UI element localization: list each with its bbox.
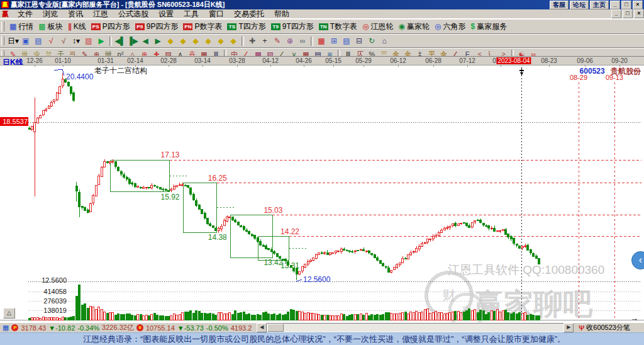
search-icon[interactable]: ∞ — [296, 36, 309, 47]
expand-triangle-button[interactable]: △ — [3, 308, 15, 319]
pen-tool-icon[interactable]: ✎ — [271, 36, 284, 47]
p-table-button-label: P数字表 — [194, 21, 222, 32]
next-bar-icon[interactable]: ▶ — [152, 36, 164, 47]
save-icon[interactable]: ⊟ — [353, 36, 365, 47]
child-minimize-button[interactable]: _ — [611, 9, 621, 18]
horizontal-scrollbar[interactable]: ◀ ▶ — [257, 324, 574, 332]
menu-7[interactable]: 窗口 — [204, 9, 229, 18]
period-day-dropdown[interactable]: 日▾ — [7, 36, 19, 47]
date-tick: 08-23 — [541, 57, 557, 64]
forum-link-button[interactable]: 论坛 — [570, 1, 589, 9]
svg-text:老子十二宫结构: 老子十二宫结构 — [94, 66, 147, 75]
refresh-icon[interactable]: ↻ — [365, 36, 378, 47]
t-table-button-label: T数字表 — [330, 21, 357, 32]
szse-index-icon: ¥ — [136, 324, 143, 331]
stock-code: 600523 — [580, 67, 605, 76]
window-title: 赢家江恩专业版[赢家内部服务平台] - [贵航股份 SN600523-184日K… — [11, 0, 225, 9]
child-close-button[interactable]: × — [634, 9, 644, 18]
t-square-button[interactable]: TST四方形 — [225, 21, 268, 33]
gann-diamond-5-icon[interactable]: ◆ — [214, 36, 227, 47]
p9-square-button[interactable]: P99P四方形 — [133, 21, 181, 33]
hexagon-button-label: 六角形 — [443, 21, 466, 32]
menu-8[interactable]: 交易委托 — [229, 9, 269, 18]
minimize-button[interactable]: _ — [610, 1, 620, 9]
date-tick: 05-29 — [355, 57, 372, 64]
kline-chart[interactable]: 江恩工具软件 QQ:100800360赢家聊吧财赢老子十二宫结构17.1315.… — [0, 65, 644, 322]
date-tick: 03-14 — [194, 57, 211, 64]
p9-square-button-label: 9P四方形 — [147, 21, 179, 32]
info-panel-icon[interactable]: ▤ — [32, 36, 45, 47]
last-bar-icon[interactable]: ▐▶ — [126, 36, 139, 47]
crosshair-tool-icon[interactable]: + — [258, 36, 271, 47]
support-link-button[interactable]: 客服 — [550, 1, 569, 9]
gann-diamond-3-icon[interactable]: ◆ — [189, 36, 202, 47]
kline-style-icon[interactable]: ▧ — [82, 36, 95, 47]
winner-wheel-button-label: 赢家轮 — [407, 21, 430, 32]
calculator-icon[interactable]: ⊞ — [328, 36, 340, 47]
menu-0[interactable]: 文件 — [13, 9, 38, 18]
tick-feed-status: Ψ 收600523分笔 — [579, 323, 630, 332]
gann-diamond-1-icon[interactable]: ◆ — [164, 36, 177, 47]
gann-diamond-2-icon[interactable]: ◆ — [177, 36, 189, 47]
date-tick-current: 2023-08-04 — [496, 57, 531, 64]
scale-dropdown[interactable]: ↕▾ — [70, 36, 82, 47]
restore-button[interactable]: □ — [621, 1, 631, 9]
t9-square-button-label: 9T四方形 — [282, 21, 314, 32]
menu-5[interactable]: 设置 — [153, 9, 179, 18]
sectors-button[interactable]: ▩板块 — [36, 21, 65, 33]
winner-wheel-button[interactable]: ◉赢家轮 — [396, 21, 432, 33]
hand-tool-icon[interactable]: ✚ — [246, 36, 258, 47]
play-flag-icon[interactable]: ▶ — [95, 36, 108, 47]
p-square-button[interactable]: PSP四方形 — [89, 21, 133, 33]
home-link-button[interactable]: 主页 — [590, 1, 609, 9]
title-bar: 赢 赢家江恩专业版[赢家内部服务平台] - [贵航股份 SN600523-184… — [0, 0, 644, 9]
menu-bar: 赢 文件浏览资讯江恩公式选股设置工具窗口交易委托帮助 _ □ × — [0, 9, 644, 19]
trend-down-icon[interactable]: √ — [57, 36, 70, 47]
computer-icon[interactable]: ⌂ — [378, 36, 391, 47]
p-table-button[interactable]: PNP数字表 — [180, 21, 225, 33]
child-restore-button[interactable]: □ — [623, 9, 633, 18]
scrollbar-track[interactable] — [267, 323, 564, 332]
p-square-button-icon: PS — [91, 23, 101, 30]
scroll-left-arrow[interactable]: ◀ — [257, 323, 267, 332]
t9-square-button-icon: T9 — [271, 23, 280, 30]
first-bar-icon[interactable]: ◀▌ — [114, 36, 126, 47]
app-icon: 赢 — [1, 1, 9, 8]
calendar-icon[interactable]: ▦ — [315, 36, 328, 47]
quotes-button[interactable]: ▦行情 — [7, 21, 36, 33]
notebook-icon[interactable]: ▤ — [340, 36, 353, 47]
gann-wheel-button[interactable]: ◎江恩轮 — [360, 21, 396, 33]
gann-diamond-6-icon[interactable]: ◆ — [227, 36, 240, 47]
gann-diamond-4-icon[interactable]: ◆ — [202, 36, 214, 47]
svg-text:15.03: 15.03 — [264, 206, 282, 215]
sectors-button-label: 板块 — [48, 21, 63, 32]
date-tick: 02-14 — [127, 57, 143, 64]
kline-button-label: K线 — [74, 21, 86, 32]
prev-bar-icon[interactable]: ◀ — [139, 36, 152, 47]
trend-up-icon[interactable]: √ — [45, 36, 57, 47]
scroll-right-arrow[interactable]: ▶ — [564, 323, 574, 332]
close-button[interactable]: × — [633, 1, 643, 9]
menu-3[interactable]: 江恩 — [88, 9, 113, 18]
t9-square-button[interactable]: T99T四方形 — [269, 21, 316, 33]
szse-index-value: 10755.14 — [146, 324, 175, 332]
menu-6[interactable]: 工具 — [179, 9, 204, 18]
winner-service-button[interactable]: $赢家服务 — [469, 21, 510, 33]
scroll-right-icon[interactable]: → — [630, 314, 638, 323]
menu-4[interactable]: 公式选股 — [113, 9, 153, 18]
t-table-button[interactable]: TNT数字表 — [316, 21, 360, 33]
window-layout-icon[interactable]: ▣ — [19, 36, 32, 47]
antenna-icon: Ψ — [579, 324, 584, 332]
p-square-button-label: P四方形 — [103, 21, 130, 32]
p-table-button-icon: PN — [183, 23, 192, 30]
menu-1[interactable]: 浏览 — [38, 9, 63, 18]
wheel-tool-icon[interactable]: ⊕ — [284, 36, 296, 47]
szse-index-amount: 4193.2 — [231, 324, 252, 332]
kline-button[interactable]: ∥K线 — [65, 21, 89, 33]
kline-svg[interactable]: 江恩工具软件 QQ:100800360赢家聊吧财赢老子十二宫结构17.1315.… — [0, 65, 644, 322]
menu-9[interactable]: 帮助 — [269, 9, 294, 18]
quote-grid-icon[interactable]: ▦ — [3, 324, 9, 332]
menu-2[interactable]: 资讯 — [63, 9, 88, 18]
scrollbar-thumb[interactable] — [267, 324, 284, 332]
hexagon-button[interactable]: ◎六角形 — [432, 21, 468, 33]
